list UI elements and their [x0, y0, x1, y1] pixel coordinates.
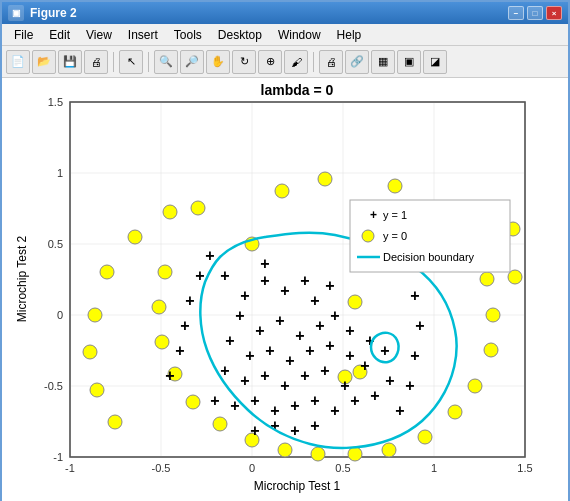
zoom-in-button[interactable]: 🔍 — [154, 50, 178, 74]
print-button[interactable]: 🖨 — [84, 50, 108, 74]
svg-text:+: + — [240, 372, 249, 389]
svg-text:+: + — [410, 287, 419, 304]
data-point-y0 — [311, 447, 325, 461]
data-point-y0 — [486, 308, 500, 322]
plot-svg: -1 -0.5 0 0.5 1 1.5 -1 -0.5 0 0.5 1 1.5 … — [15, 82, 555, 497]
data-point-y0 — [348, 447, 362, 461]
rotate-button[interactable]: ↻ — [232, 50, 256, 74]
svg-text:+: + — [185, 292, 194, 309]
sep1 — [113, 52, 114, 72]
svg-text:+: + — [380, 342, 389, 359]
svg-text:+: + — [220, 362, 229, 379]
svg-text:+: + — [295, 327, 304, 344]
svg-text:0: 0 — [249, 462, 255, 474]
svg-text:+: + — [285, 352, 294, 369]
plottools-button[interactable]: ▦ — [371, 50, 395, 74]
svg-text:+: + — [225, 332, 234, 349]
legend-boundary-label: Decision boundary — [383, 251, 475, 263]
svg-text:+: + — [180, 317, 189, 334]
data-point-y0 — [100, 265, 114, 279]
svg-text:-1: -1 — [53, 451, 63, 463]
minimize-button[interactable]: − — [508, 6, 524, 20]
svg-text:+: + — [260, 367, 269, 384]
data-point-y0 — [448, 405, 462, 419]
menu-desktop[interactable]: Desktop — [210, 26, 270, 44]
svg-text:+: + — [345, 347, 354, 364]
data-point-y0 — [88, 308, 102, 322]
print2-button[interactable]: 🖨 — [319, 50, 343, 74]
save-button[interactable]: 💾 — [58, 50, 82, 74]
y-axis-label: Microchip Test 2 — [15, 235, 29, 322]
svg-text:+: + — [280, 377, 289, 394]
svg-text:+: + — [360, 357, 369, 374]
svg-text:+: + — [330, 307, 339, 324]
svg-text:+: + — [310, 392, 319, 409]
window-controls: − □ × — [508, 6, 562, 20]
svg-text:+: + — [370, 208, 377, 222]
new-button[interactable]: 📄 — [6, 50, 30, 74]
svg-text:+: + — [340, 377, 349, 394]
data-point-y0 — [348, 295, 362, 309]
x-axis-label: Microchip Test 1 — [254, 479, 341, 493]
svg-text:+: + — [260, 255, 269, 272]
svg-text:1.5: 1.5 — [517, 462, 532, 474]
link-button[interactable]: 🔗 — [345, 50, 369, 74]
plot-title: lambda = 0 — [261, 82, 334, 98]
data-point-y0 — [275, 184, 289, 198]
legend-y0-label: y = 0 — [383, 230, 407, 242]
svg-text:1.5: 1.5 — [48, 96, 63, 108]
svg-text:+: + — [320, 362, 329, 379]
data-point-y0 — [318, 172, 332, 186]
svg-text:+: + — [280, 282, 289, 299]
datacursor-button[interactable]: ⊕ — [258, 50, 282, 74]
maximize-button[interactable]: □ — [527, 6, 543, 20]
svg-text:+: + — [205, 247, 214, 264]
data-point-y0 — [213, 417, 227, 431]
svg-text:+: + — [300, 272, 309, 289]
dock-button[interactable]: ◪ — [423, 50, 447, 74]
svg-text:-0.5: -0.5 — [44, 380, 63, 392]
svg-text:+: + — [370, 387, 379, 404]
svg-text:0.5: 0.5 — [48, 238, 63, 250]
svg-text:+: + — [350, 392, 359, 409]
svg-text:+: + — [310, 417, 319, 434]
svg-text:+: + — [325, 337, 334, 354]
toggle-button[interactable]: ▣ — [397, 50, 421, 74]
menu-tools[interactable]: Tools — [166, 26, 210, 44]
svg-text:+: + — [300, 367, 309, 384]
svg-text:+: + — [195, 267, 204, 284]
svg-text:+: + — [325, 277, 334, 294]
data-point-y0 — [155, 335, 169, 349]
data-point-y0 — [418, 430, 432, 444]
data-point-y0 — [83, 345, 97, 359]
data-point-y0 — [468, 379, 482, 393]
svg-text:+: + — [265, 342, 274, 359]
data-point-y0 — [484, 343, 498, 357]
svg-text:0.5: 0.5 — [335, 462, 350, 474]
menu-window[interactable]: Window — [270, 26, 329, 44]
menu-view[interactable]: View — [78, 26, 120, 44]
menu-help[interactable]: Help — [329, 26, 370, 44]
menu-insert[interactable]: Insert — [120, 26, 166, 44]
menu-file[interactable]: File — [6, 26, 41, 44]
plot-area: -1 -0.5 0 0.5 1 1.5 -1 -0.5 0 0.5 1 1.5 … — [15, 82, 555, 497]
pan-button[interactable]: ✋ — [206, 50, 230, 74]
zoom-out-button[interactable]: 🔎 — [180, 50, 204, 74]
title-bar: ▣ Figure 2 − □ × — [2, 2, 568, 24]
brush-button[interactable]: 🖌 — [284, 50, 308, 74]
open-button[interactable]: 📂 — [32, 50, 56, 74]
plot-container: -1 -0.5 0 0.5 1 1.5 -1 -0.5 0 0.5 1 1.5 … — [2, 78, 568, 501]
data-point-y0 — [90, 383, 104, 397]
svg-text:+: + — [410, 347, 419, 364]
menu-edit[interactable]: Edit — [41, 26, 78, 44]
cursor-button[interactable]: ↖ — [119, 50, 143, 74]
close-button[interactable]: × — [546, 6, 562, 20]
toolbar: 📄 📂 💾 🖨 ↖ 🔍 🔎 ✋ ↻ ⊕ 🖌 🖨 🔗 ▦ ▣ ◪ — [2, 46, 568, 78]
data-point-y0 — [152, 300, 166, 314]
svg-text:+: + — [415, 317, 424, 334]
data-point-y0 — [158, 265, 172, 279]
svg-text:1: 1 — [431, 462, 437, 474]
menu-bar: File Edit View Insert Tools Desktop Wind… — [2, 24, 568, 46]
sep2 — [148, 52, 149, 72]
data-point-y0 — [382, 443, 396, 457]
